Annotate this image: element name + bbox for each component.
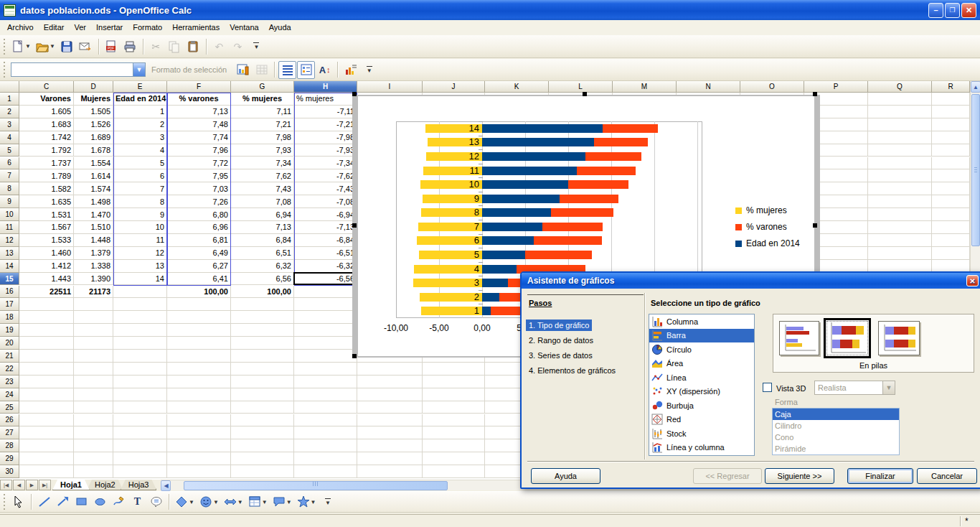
cell-F3[interactable]: 7,48 — [167, 118, 231, 131]
row-header-5[interactable]: 5 — [0, 144, 19, 157]
cell-C10[interactable]: 1.531 — [19, 208, 74, 221]
chart-rearrange-icon[interactable] — [341, 61, 359, 79]
row-header-15[interactable]: 15 — [0, 273, 19, 286]
cell-Q8[interactable] — [868, 182, 932, 195]
cell-J25[interactable] — [423, 401, 485, 414]
cell-D17[interactable] — [74, 298, 113, 311]
text-icon[interactable]: T — [128, 493, 146, 511]
cell-C29[interactable] — [19, 452, 74, 465]
cell-F2[interactable]: 7,13 — [167, 106, 231, 118]
cell-H21[interactable] — [294, 350, 357, 363]
column-header-Q[interactable]: Q — [868, 81, 932, 93]
row-header-14[interactable]: 14 — [0, 260, 19, 273]
row-header-7[interactable]: 7 — [0, 169, 19, 182]
cell-H9[interactable]: -7,08 — [294, 195, 357, 208]
selection-handle[interactable] — [352, 92, 357, 96]
menu-ver[interactable]: Ver — [69, 21, 91, 34]
cell-E27[interactable] — [113, 426, 167, 439]
cell-F21[interactable] — [167, 350, 231, 363]
menu-archivo[interactable]: Archivo — [2, 21, 39, 34]
text-scale-icon[interactable]: A↕ — [316, 61, 334, 79]
arrow-icon[interactable] — [54, 493, 72, 511]
column-header-M[interactable]: M — [613, 81, 677, 93]
cell-D20[interactable] — [74, 337, 113, 350]
cell-F24[interactable] — [167, 388, 231, 401]
bar-varones-13[interactable] — [594, 138, 648, 146]
cell-G13[interactable]: 6,51 — [231, 247, 294, 260]
bar-edad-3[interactable] — [482, 279, 508, 287]
column-header-D[interactable]: D — [74, 81, 113, 93]
cell-R7[interactable] — [932, 169, 970, 182]
cell-H1[interactable]: % mujeres — [294, 93, 357, 106]
chart-type-xy-dispersion[interactable]: XY (dispersión) — [649, 385, 754, 399]
bar-edad-14[interactable] — [482, 124, 603, 133]
cell-R6[interactable] — [932, 157, 970, 170]
cell-C28[interactable] — [19, 439, 74, 452]
cell-E8[interactable]: 7 — [113, 182, 167, 195]
row-header-2[interactable]: 2 — [0, 106, 19, 118]
cell-D4[interactable]: 1.689 — [74, 131, 113, 144]
cell-C18[interactable] — [19, 311, 74, 324]
row-header-11[interactable]: 11 — [0, 221, 19, 234]
chart-type-circulo[interactable]: Círculo — [649, 342, 754, 357]
cell-H29[interactable] — [294, 452, 357, 465]
cell-G28[interactable] — [231, 439, 294, 452]
cell-J28[interactable] — [423, 439, 485, 452]
cell-C8[interactable]: 1.582 — [19, 182, 74, 195]
format-selection-button[interactable]: Formato de selección — [151, 65, 227, 74]
cell-G1[interactable]: % mujeres — [231, 93, 294, 106]
toolbar-grip[interactable] — [2, 39, 6, 55]
cell-F18[interactable] — [167, 311, 231, 324]
cell-D24[interactable] — [74, 388, 113, 401]
chevron-down-icon[interactable]: ▼ — [262, 499, 268, 505]
cell-D9[interactable]: 1.498 — [74, 195, 113, 208]
cell-E19[interactable] — [113, 324, 167, 337]
cell-F11[interactable]: 6,96 — [167, 221, 231, 234]
selection-handle[interactable] — [352, 223, 357, 228]
cell-D14[interactable]: 1.338 — [74, 260, 113, 273]
close-icon[interactable]: ✕ — [966, 275, 979, 286]
cell-E29[interactable] — [113, 452, 167, 465]
pdf-export-icon[interactable]: PDF — [103, 37, 121, 55]
cell-D26[interactable] — [74, 414, 113, 427]
freeform-icon[interactable] — [110, 493, 128, 511]
cell-H17[interactable] — [294, 298, 357, 311]
cell-J29[interactable] — [423, 452, 485, 465]
cell-F16[interactable]: 100,00 — [167, 286, 231, 299]
cell-D21[interactable] — [74, 350, 113, 363]
cell-G10[interactable]: 6,94 — [231, 208, 294, 221]
cell-Q9[interactable] — [868, 195, 932, 208]
cell-C21[interactable] — [19, 350, 74, 363]
cell-I22[interactable] — [357, 363, 423, 376]
cell-F15[interactable]: 6,41 — [167, 273, 231, 286]
cell-R10[interactable] — [932, 208, 970, 221]
cell-G16[interactable]: 100,00 — [231, 286, 294, 299]
symbol-shapes-icon[interactable]: ▼ — [197, 493, 221, 511]
row-header-24[interactable]: 24 — [0, 388, 19, 401]
column-header-G[interactable]: G — [231, 81, 294, 93]
cell-J27[interactable] — [423, 426, 485, 439]
chevron-down-icon[interactable]: ▼ — [237, 499, 243, 505]
cell-R14[interactable] — [932, 260, 970, 273]
cell-D13[interactable]: 1.379 — [74, 247, 113, 260]
finish-button[interactable]: Finalizar — [847, 468, 913, 484]
menu-ventana[interactable]: Ventana — [225, 21, 263, 34]
cell-H14[interactable]: -6,32 — [294, 260, 357, 273]
cell-G7[interactable]: 7,62 — [231, 169, 294, 182]
flowchart-icon[interactable]: ▼ — [246, 493, 270, 511]
chart-type-burbuja[interactable]: Burbuja — [649, 398, 754, 413]
cell-G2[interactable]: 7,11 — [231, 106, 294, 118]
last-sheet-icon[interactable]: ▶| — [39, 480, 51, 490]
vertical-scroll-thumb[interactable] — [971, 94, 980, 246]
column-header-L[interactable]: L — [549, 81, 613, 93]
column-header-R[interactable]: R — [932, 81, 970, 93]
cell-G3[interactable]: 7,21 — [231, 118, 294, 131]
row-header-9[interactable]: 9 — [0, 195, 19, 208]
cell-G12[interactable]: 6,84 — [231, 234, 294, 247]
cell-F28[interactable] — [167, 439, 231, 452]
wizard-step-1[interactable]: 1. Tipo de gráfico — [526, 320, 592, 331]
cell-E13[interactable]: 12 — [113, 247, 167, 260]
row-header-3[interactable]: 3 — [0, 118, 19, 131]
cell-C11[interactable]: 1.567 — [19, 221, 74, 234]
cell-G18[interactable] — [231, 311, 294, 324]
